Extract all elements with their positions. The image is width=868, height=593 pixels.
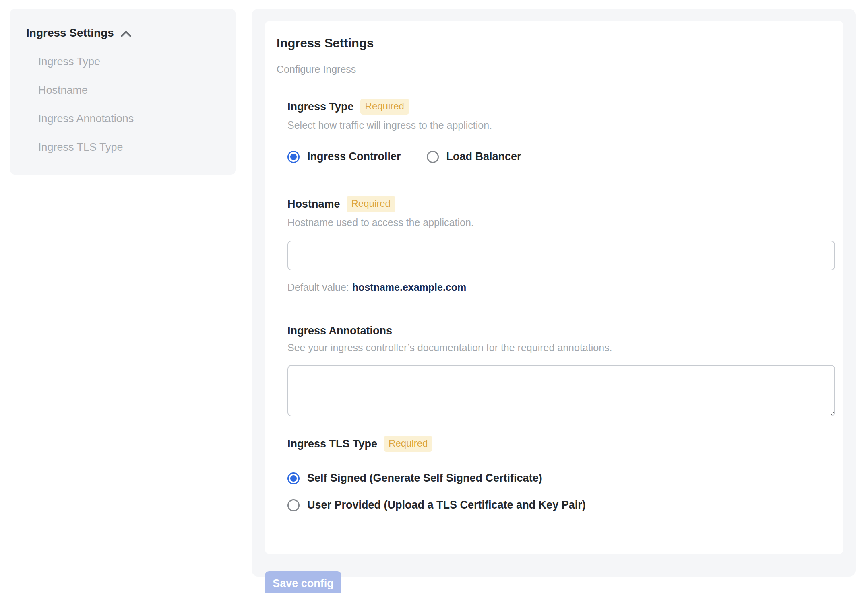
radio-option-user-provided[interactable]: User Provided (Upload a TLS Certificate …	[287, 499, 835, 511]
ingress-tls-radio-group: Self Signed (Generate Self Signed Certif…	[287, 472, 835, 511]
radio-label: Ingress Controller	[307, 150, 401, 163]
required-badge: Required	[360, 99, 409, 115]
section-ingress-type: Ingress Type Required Select how traffic…	[287, 99, 835, 163]
radio-unselected-icon[interactable]	[427, 151, 439, 163]
sidebar-item-list: Ingress Type Hostname Ingress Annotation…	[26, 56, 219, 154]
hostname-input[interactable]	[287, 241, 835, 270]
sidebar-item-ingress-tls-type[interactable]: Ingress TLS Type	[38, 141, 219, 154]
ingress-settings-panel: Ingress Settings Configure Ingress Ingre…	[252, 9, 856, 577]
ingress-annotations-description: See your ingress controller’s documentat…	[287, 342, 835, 354]
settings-nav-sidebar: Ingress Settings Ingress Type Hostname I…	[10, 9, 236, 175]
hostname-description: Hostname used to access the application.	[287, 217, 835, 229]
ingress-type-description: Select how traffic will ingress to the a…	[287, 119, 835, 131]
radio-option-self-signed[interactable]: Self Signed (Generate Self Signed Certif…	[287, 472, 835, 484]
required-badge: Required	[347, 196, 395, 212]
page-subtitle: Configure Ingress	[277, 64, 835, 75]
hostname-default-line: Default value:hostname.example.com	[287, 282, 835, 293]
sidebar-item-ingress-annotations[interactable]: Ingress Annotations	[38, 113, 219, 125]
radio-selected-icon[interactable]	[287, 472, 300, 484]
radio-label: Self Signed (Generate Self Signed Certif…	[307, 472, 542, 484]
sidebar-header-label: Ingress Settings	[26, 27, 114, 39]
radio-selected-icon[interactable]	[287, 151, 300, 163]
sidebar-header-ingress-settings[interactable]: Ingress Settings	[26, 26, 219, 40]
ingress-type-label: Ingress Type	[287, 101, 354, 113]
section-hostname: Hostname Required Hostname used to acces…	[287, 196, 835, 293]
ingress-annotations-textarea[interactable]	[287, 365, 835, 416]
radio-option-ingress-controller[interactable]: Ingress Controller	[287, 150, 401, 163]
section-ingress-tls-type: Ingress TLS Type Required Self Signed (G…	[287, 436, 835, 511]
radio-option-load-balancer[interactable]: Load Balancer	[427, 150, 521, 163]
ingress-type-radio-group: Ingress Controller Load Balancer	[287, 150, 835, 163]
hostname-label: Hostname	[287, 198, 340, 210]
sidebar-item-hostname[interactable]: Hostname	[38, 84, 219, 97]
radio-label: Load Balancer	[446, 150, 521, 163]
default-value-text: hostname.example.com	[352, 282, 466, 293]
ingress-annotations-label: Ingress Annotations	[287, 325, 392, 337]
page-title: Ingress Settings	[277, 36, 835, 51]
radio-unselected-icon[interactable]	[287, 499, 300, 511]
default-value-label: Default value:	[287, 282, 349, 293]
form-sections: Ingress Type Required Select how traffic…	[277, 99, 835, 511]
section-ingress-annotations: Ingress Annotations See your ingress con…	[287, 325, 835, 416]
chevron-up-icon	[120, 27, 132, 40]
sidebar-item-ingress-type[interactable]: Ingress Type	[38, 56, 219, 68]
ingress-tls-type-label: Ingress TLS Type	[287, 438, 377, 450]
required-badge: Required	[384, 436, 432, 452]
ingress-settings-card: Ingress Settings Configure Ingress Ingre…	[265, 21, 843, 554]
save-config-button[interactable]: Save config	[265, 571, 341, 593]
radio-label: User Provided (Upload a TLS Certificate …	[307, 499, 586, 511]
